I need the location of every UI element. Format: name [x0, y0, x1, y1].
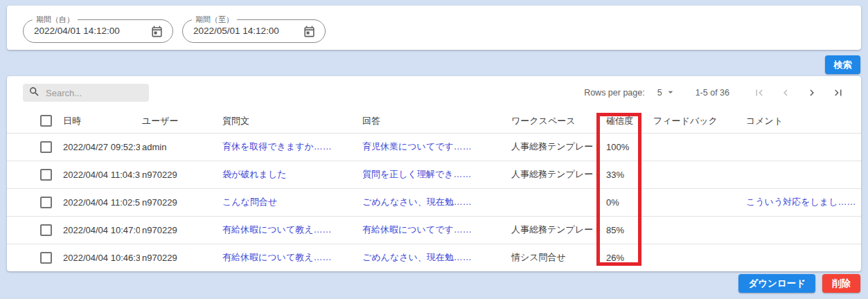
search-icon	[28, 86, 40, 100]
results-panel: Rows per page: 5 1-5 of 36	[7, 76, 861, 271]
cell-datetime: 2022/04/04 11:02:59	[61, 188, 140, 216]
search-submit-button[interactable]: 検索	[825, 55, 860, 74]
pagination-range: 1-5 of 36	[696, 88, 729, 98]
action-bar: ダウンロード 削除	[738, 274, 860, 293]
cell-comment-link[interactable]	[744, 244, 861, 271]
cell-question-link[interactable]: 有給休暇について教え……	[220, 216, 360, 244]
cell-workspace: 情シス問合せ	[509, 244, 604, 271]
row-checkbox[interactable]	[40, 169, 52, 181]
download-button[interactable]: ダウンロード	[738, 274, 815, 293]
cell-feedback	[651, 161, 744, 188]
col-header-datetime: 日時	[61, 109, 140, 133]
cell-workspace	[509, 188, 604, 216]
table-row: 2022/04/04 11:04:39 n970229 袋が破れました 質問を正…	[7, 161, 861, 188]
cell-answer-link[interactable]: ごめんなさい、現在勉……	[360, 188, 509, 216]
cell-question-link[interactable]: こんな問合せ	[220, 188, 360, 216]
table-search-input[interactable]	[46, 88, 168, 98]
cell-datetime: 2022/04/04 10:46:38	[61, 244, 140, 271]
cell-datetime: 2022/04/27 09:52:37	[61, 133, 140, 161]
cell-datetime: 2022/04/04 10:47:02	[61, 216, 140, 244]
row-checkbox[interactable]	[40, 197, 52, 208]
rows-per-page-value: 5	[657, 88, 662, 98]
table-header-row: 日時 ユーザー 質問文 回答 ワークスペース 確信度 フィードバック コメント	[7, 109, 861, 133]
first-page-icon[interactable]	[753, 87, 765, 99]
cell-answer-link[interactable]: ごめんなさい、現在勉……	[360, 244, 509, 271]
cell-confidence: 26%	[604, 244, 651, 271]
cell-feedback	[651, 188, 744, 216]
cell-workspace: 人事総務テンプレート	[509, 161, 604, 188]
cell-question-link[interactable]: 袋が破れました	[220, 161, 360, 188]
cell-answer-link[interactable]: 質問を正しく理解でき……	[360, 161, 509, 188]
cell-comment-link[interactable]	[744, 161, 861, 188]
col-header-question: 質問文	[220, 109, 360, 133]
table-row: 2022/04/27 09:52:37 admin 育休を取得できますか…… 育…	[7, 133, 861, 161]
cell-question-link[interactable]: 育休を取得できますか……	[220, 133, 360, 161]
calendar-icon[interactable]	[303, 25, 316, 38]
col-header-confidence: 確信度	[604, 109, 651, 133]
cell-confidence: 0%	[604, 188, 651, 216]
cell-datetime: 2022/04/04 11:04:39	[61, 161, 140, 188]
select-all-checkbox[interactable]	[40, 115, 52, 127]
date-from-field[interactable]: 期間（自）	[23, 19, 173, 43]
filter-panel: 期間（自） 期間（至）	[7, 6, 861, 50]
cell-feedback	[651, 216, 744, 244]
cell-feedback	[651, 244, 744, 271]
date-to-input[interactable]	[193, 21, 290, 41]
cell-workspace: 人事総務テンプレート	[509, 133, 604, 161]
cell-user: n970229	[140, 244, 220, 271]
delete-button[interactable]: 削除	[822, 274, 860, 293]
col-header-answer: 回答	[360, 109, 509, 133]
cell-confidence: 33%	[604, 161, 651, 188]
last-page-icon[interactable]	[832, 87, 844, 99]
row-checkbox[interactable]	[40, 252, 52, 264]
cell-user: n970229	[140, 188, 220, 216]
cell-user: n970229	[140, 161, 220, 188]
prev-page-icon[interactable]	[779, 87, 792, 99]
cell-confidence: 85%	[604, 216, 651, 244]
results-table: 日時 ユーザー 質問文 回答 ワークスペース 確信度 フィードバック コメント …	[7, 109, 861, 271]
cell-user: n970229	[140, 216, 220, 244]
rows-per-page-label: Rows per page:	[584, 88, 645, 98]
table-row: 2022/04/04 11:02:59 n970229 こんな問合せ ごめんなさ…	[7, 188, 861, 216]
cell-feedback	[651, 133, 744, 161]
calendar-icon[interactable]	[150, 25, 163, 38]
table-row: 2022/04/04 10:46:38 n970229 有給休暇について教え………	[7, 244, 861, 271]
pagination: Rows per page: 5 1-5 of 36	[584, 87, 851, 100]
date-from-input[interactable]	[34, 21, 131, 41]
col-header-comment: コメント	[744, 109, 861, 133]
next-page-icon[interactable]	[806, 87, 818, 99]
cell-workspace: 人事総務テンプレート	[509, 216, 604, 244]
row-checkbox[interactable]	[40, 141, 52, 153]
col-header-workspace: ワークスペース	[509, 109, 604, 133]
cell-comment-link[interactable]	[744, 133, 861, 161]
date-to-field[interactable]: 期間（至）	[182, 19, 326, 43]
cell-answer-link[interactable]: 育児休業についてです……	[360, 133, 509, 161]
cell-user: admin	[140, 133, 220, 161]
dropdown-caret-icon	[665, 87, 676, 100]
cell-comment-link[interactable]	[744, 216, 861, 244]
col-header-feedback: フィードバック	[651, 109, 744, 133]
cell-answer-link[interactable]: 有給休暇についてです……	[360, 216, 509, 244]
table-toolbar: Rows per page: 5 1-5 of 36	[7, 76, 861, 109]
table-search-box[interactable]	[23, 84, 149, 102]
rows-per-page-select[interactable]: 5	[657, 87, 676, 100]
cell-confidence: 100%	[604, 133, 651, 161]
cell-comment-link[interactable]: こういう対応をしまし……	[744, 188, 861, 216]
table-row: 2022/04/04 10:47:02 n970229 有給休暇について教え………	[7, 216, 861, 244]
cell-question-link[interactable]: 有給休暇について教え……	[220, 244, 360, 271]
col-header-user: ユーザー	[140, 109, 220, 133]
row-checkbox[interactable]	[40, 224, 52, 236]
